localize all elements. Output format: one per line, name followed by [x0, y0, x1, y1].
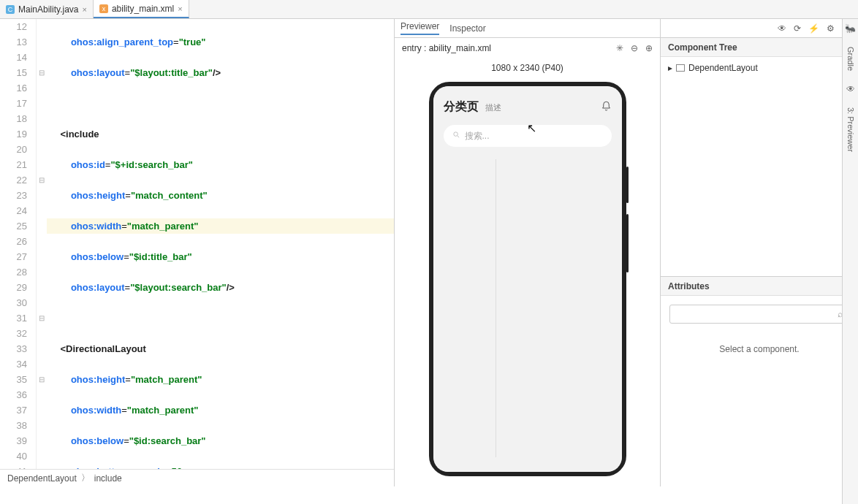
code-area[interactable]: ohos:align_parent_top="true" ohos:layout… [47, 19, 394, 469]
breadcrumb-item[interactable]: include [94, 473, 122, 484]
breadcrumb[interactable]: DependentLayout 〉 include [0, 469, 394, 486]
search-icon [452, 131, 460, 141]
device-screen[interactable]: 分类页 描述 搜索... ↖ [433, 86, 622, 472]
component-tree[interactable]: ▸ DependentLayout [661, 57, 858, 276]
eye-icon[interactable]: 👁 [846, 84, 855, 94]
tree-row[interactable]: ▸ DependentLayout [668, 63, 851, 73]
breadcrumb-item[interactable]: DependentLayout [7, 473, 77, 484]
zoom-in-icon[interactable]: ⊕ [645, 43, 653, 53]
gear-icon[interactable]: ⚙ [827, 23, 835, 34]
top-toolbar: 👁 ⟳ ⚡ ⚙ — [661, 19, 858, 38]
tab-java[interactable]: C MainAbility.java × [0, 0, 94, 18]
gradle-tool[interactable]: Gradle [846, 47, 855, 71]
panel-title: Component Tree [668, 42, 737, 53]
previewer-tabs: Previewer Inspector [395, 19, 660, 38]
ant-icon[interactable]: 🐜 [845, 23, 856, 34]
right-rail: 🐜 Gradle 👁 3: Previewer [842, 19, 858, 504]
divider [496, 159, 496, 457]
attribute-search[interactable]: ⌕ [669, 305, 849, 324]
panel-title: Attributes [668, 281, 710, 291]
page-subtitle: 描述 [485, 103, 501, 112]
line-gutter: 12131415 16171819 20212223 24252627 2829… [0, 19, 37, 469]
cursor-icon: ↖ [527, 121, 536, 135]
chevron-right-icon: 〉 [81, 472, 90, 484]
tab-inspector[interactable]: Inspector [449, 23, 485, 34]
tab-previewer[interactable]: Previewer [400, 21, 439, 35]
editor-body[interactable]: 12131415 16171819 20212223 24252627 2829… [0, 19, 394, 469]
device-frame: 分类页 描述 搜索... ↖ [429, 82, 626, 476]
expand-icon[interactable]: ▸ [668, 63, 672, 73]
attributes-panel: Attributes ▾ ⌕ Select a component. [661, 276, 858, 354]
layout-icon [676, 64, 685, 72]
device-button [626, 167, 629, 203]
previewer-tool[interactable]: 3: Previewer [846, 107, 855, 152]
bug-icon[interactable]: ✳ [616, 43, 623, 53]
tree-node-label: DependentLayout [688, 63, 758, 73]
attributes-header[interactable]: Attributes ▾ [661, 277, 858, 296]
page-title: 分类页 [444, 100, 479, 112]
svg-line-1 [457, 136, 458, 137]
app-titlebar: 分类页 描述 [444, 99, 612, 115]
refresh-icon[interactable]: ⟳ [794, 23, 801, 34]
component-tree-header[interactable]: Component Tree ▾ [661, 38, 858, 57]
zoom-out-icon[interactable]: ⊖ [631, 43, 638, 53]
tab-xml[interactable]: x ability_main.xml × [94, 0, 189, 18]
eye-icon[interactable]: 👁 [778, 23, 786, 34]
editor-pane: 2 ^ v 12131415 16171819 20212223 2425262… [0, 19, 395, 486]
tab-java-label: MainAbility.java [18, 4, 78, 15]
preview-pane: Previewer Inspector entry : ability_main… [395, 19, 661, 486]
bell-icon[interactable] [601, 101, 612, 114]
preview-info: entry : ability_main.xml ✳ ⊖ ⊕ [395, 38, 660, 58]
device-button [626, 214, 629, 272]
inspector-pane: 👁 ⟳ ⚡ ⚙ — Component Tree ▾ ▸ DependentLa… [661, 19, 858, 486]
search-placeholder: 搜索... [465, 130, 490, 142]
close-icon[interactable]: × [178, 4, 182, 13]
svg-point-0 [453, 132, 458, 137]
fold-gutter[interactable]: ⊟ ⊟ ⊟⊟ [37, 19, 47, 469]
xml-icon: x [99, 4, 108, 13]
close-icon[interactable]: × [82, 5, 86, 14]
plug-icon[interactable]: ⚡ [808, 23, 819, 34]
attributes-empty: Select a component. [661, 344, 858, 354]
tab-xml-label: ability_main.xml [112, 4, 174, 14]
entry-label: entry : ability_main.xml [402, 43, 491, 53]
java-icon: C [6, 5, 15, 14]
device-label: 1080 x 2340 (P40) [395, 63, 660, 73]
file-tabs: C MainAbility.java × x ability_main.xml … [0, 0, 858, 19]
